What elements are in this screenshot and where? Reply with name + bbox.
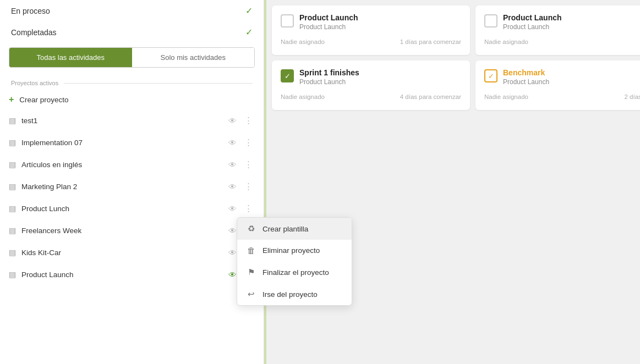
my-activities-button[interactable]: Solo mis actividades bbox=[132, 48, 255, 67]
task-subtitle: Product Launch bbox=[503, 23, 640, 31]
project-item-articulos[interactable]: ▤ Artículos en inglés 👁 ⋮ bbox=[0, 153, 264, 175]
project-item-implementation07[interactable]: ▤ Implementation 07 👁 ⋮ bbox=[0, 131, 264, 153]
project-actions: 👁 ⋮ bbox=[226, 114, 255, 126]
recycle-icon: ♻ bbox=[246, 224, 256, 234]
time-label: 4 días para comenzar bbox=[400, 93, 461, 100]
project-item-test1[interactable]: ▤ test1 👁 ⋮ bbox=[0, 109, 264, 131]
plus-icon: + bbox=[9, 95, 14, 104]
project-name: test1 bbox=[21, 117, 226, 125]
context-menu-item-label: Irse del proyecto bbox=[262, 290, 264, 299]
more-options-icon[interactable]: ⋮ bbox=[242, 136, 255, 148]
card-column-2: Product Launch Product Launch Nadie asig… bbox=[475, 5, 640, 359]
project-item-marketing-plan2[interactable]: ▤ Marketing Plan 2 👁 ⋮ bbox=[0, 175, 264, 197]
more-options-icon[interactable]: ⋮ bbox=[242, 202, 255, 214]
task-title: Product Launch bbox=[299, 13, 461, 22]
task-checkbox[interactable] bbox=[281, 14, 294, 27]
task-card-footer: Nadie asignado 4 días para comenzar bbox=[281, 93, 461, 100]
visibility-icon[interactable]: 👁 bbox=[226, 203, 239, 214]
filter-completadas[interactable]: Completadas ✓ bbox=[0, 21, 264, 43]
trash-icon: 🗑 bbox=[246, 246, 256, 255]
flag-icon: ⚑ bbox=[246, 267, 256, 277]
context-menu: ♻ Crear plantilla 🗑 Eliminar proyecto ⚑ … bbox=[237, 217, 264, 306]
context-menu-item-label: Finalizar el proyecto bbox=[262, 268, 264, 277]
task-card-product-launch-2: Product Launch Product Launch Nadie asig… bbox=[475, 5, 640, 55]
project-briefcase-icon: ▤ bbox=[9, 138, 16, 147]
task-subtitle: Product Launch bbox=[299, 23, 461, 31]
task-card-benchmark: ✓ Benchmark Product Launch Nadie asignad… bbox=[475, 60, 640, 110]
filter-en-proceso-check: ✓ bbox=[245, 5, 253, 16]
task-card-header: ✓ Sprint 1 finishes Product Launch bbox=[281, 68, 461, 86]
task-card-footer: Nadie asignado 1 días para comenzar bbox=[281, 38, 461, 45]
filter-completadas-label: Completadas bbox=[11, 28, 57, 37]
project-briefcase-icon: ▤ bbox=[9, 182, 16, 191]
task-card-product-launch-1: Product Launch Product Launch Nadie asig… bbox=[272, 5, 470, 55]
section-label-text: Proyectos activos bbox=[11, 80, 58, 86]
context-menu-item-label: Eliminar proyecto bbox=[262, 246, 264, 255]
context-menu-item-crear-plantilla[interactable]: ♻ Crear plantilla bbox=[237, 218, 264, 240]
sidebar: En proceso ✓ Completadas ✓ Todas las act… bbox=[0, 0, 264, 364]
visibility-icon[interactable]: 👁 bbox=[226, 159, 239, 170]
filter-completadas-check: ✓ bbox=[245, 27, 253, 37]
task-subtitle: Product Launch bbox=[299, 78, 461, 86]
task-title-group: Product Launch Product Launch bbox=[299, 13, 461, 31]
project-name: Kids Kit-Car bbox=[21, 249, 226, 257]
filter-en-proceso[interactable]: En proceso ✓ bbox=[0, 0, 264, 21]
more-options-icon[interactable]: ⋮ bbox=[242, 114, 255, 126]
task-title-group: Benchmark Product Launch bbox=[503, 68, 640, 86]
project-name: Freelancers Week bbox=[21, 227, 226, 235]
project-briefcase-icon: ▤ bbox=[9, 270, 16, 279]
project-name: Product Lunch bbox=[21, 205, 226, 213]
task-title: Sprint 1 finishes bbox=[299, 68, 461, 77]
leave-icon: ↩ bbox=[246, 289, 256, 299]
task-checkbox[interactable] bbox=[484, 14, 497, 27]
task-checkbox[interactable]: ✓ bbox=[484, 69, 497, 82]
create-project-item[interactable]: + Crear proyecto bbox=[0, 90, 264, 109]
context-menu-item-irse[interactable]: ↩ Irse del proyecto bbox=[237, 283, 264, 305]
more-options-icon[interactable]: ⋮ bbox=[242, 158, 255, 170]
project-actions: 👁 ⋮ bbox=[226, 136, 255, 148]
task-card-footer: Nadie asignado 2 días para t... bbox=[484, 93, 640, 100]
task-subtitle: Product Launch bbox=[503, 78, 640, 86]
context-menu-item-label: Crear plantilla bbox=[262, 225, 264, 233]
more-options-icon[interactable]: ⋮ bbox=[242, 180, 255, 192]
task-card-header: Product Launch Product Launch bbox=[281, 13, 461, 31]
task-title-group: Sprint 1 finishes Product Launch bbox=[299, 68, 461, 86]
context-menu-item-eliminar[interactable]: 🗑 Eliminar proyecto bbox=[237, 240, 264, 261]
filter-en-proceso-label: En proceso bbox=[11, 7, 50, 15]
task-title: Benchmark bbox=[503, 68, 640, 77]
project-actions: 👁 ⋮ bbox=[226, 202, 255, 214]
project-name: Artículos en inglés bbox=[21, 161, 226, 169]
assigned-label: Nadie asignado bbox=[281, 38, 325, 45]
check-icon: ✓ bbox=[285, 72, 291, 80]
project-briefcase-icon: ▤ bbox=[9, 160, 16, 169]
project-actions: 👁 ⋮ bbox=[226, 180, 255, 192]
assigned-label: Nadie asignado bbox=[484, 38, 528, 45]
visibility-icon[interactable]: 👁 bbox=[226, 115, 239, 126]
activity-toggle: Todas las actividades Solo mis actividad… bbox=[9, 47, 255, 68]
active-projects-section-label: Proyectos activos bbox=[0, 72, 264, 90]
visibility-icon[interactable]: 👁 bbox=[226, 137, 239, 148]
task-card-sprint-1-finishes: ✓ Sprint 1 finishes Product Launch Nadie… bbox=[272, 60, 470, 110]
project-item-product-launch[interactable]: ▤ Product Launch 👁 ⋮ bbox=[0, 263, 264, 285]
time-label: 2 días para t... bbox=[624, 93, 640, 100]
project-name: Implementation 07 bbox=[21, 139, 226, 147]
task-title-group: Product Launch Product Launch bbox=[503, 13, 640, 31]
visibility-icon[interactable]: 👁 bbox=[226, 181, 239, 192]
context-menu-item-finalizar[interactable]: ⚑ Finalizar el proyecto bbox=[237, 261, 264, 283]
project-name: Product Launch bbox=[21, 271, 226, 279]
check-icon: ✓ bbox=[488, 72, 494, 80]
assigned-label: Nadie asignado bbox=[281, 93, 325, 100]
project-item-freelancers-week[interactable]: ▤ Freelancers Week 👁 ⋮ bbox=[0, 219, 264, 241]
task-card-header: ✓ Benchmark Product Launch bbox=[484, 68, 640, 86]
project-briefcase-icon: ▤ bbox=[9, 204, 16, 213]
main-content: Product Launch Product Launch Nadie asig… bbox=[266, 0, 640, 364]
create-project-label: Crear proyecto bbox=[19, 96, 68, 104]
assigned-label: Nadie asignado bbox=[484, 93, 528, 100]
project-item-product-lunch[interactable]: ▤ Product Lunch 👁 ⋮ bbox=[0, 197, 264, 219]
all-activities-button[interactable]: Todas las actividades bbox=[9, 48, 132, 67]
task-checkbox[interactable]: ✓ bbox=[281, 69, 294, 82]
project-item-kids-kit-car[interactable]: ▤ Kids Kit-Car 👁 ⋮ bbox=[0, 241, 264, 263]
task-card-footer: Nadie asignado Term... bbox=[484, 38, 640, 45]
project-briefcase-icon: ▤ bbox=[9, 226, 16, 235]
task-title: Product Launch bbox=[503, 13, 640, 22]
